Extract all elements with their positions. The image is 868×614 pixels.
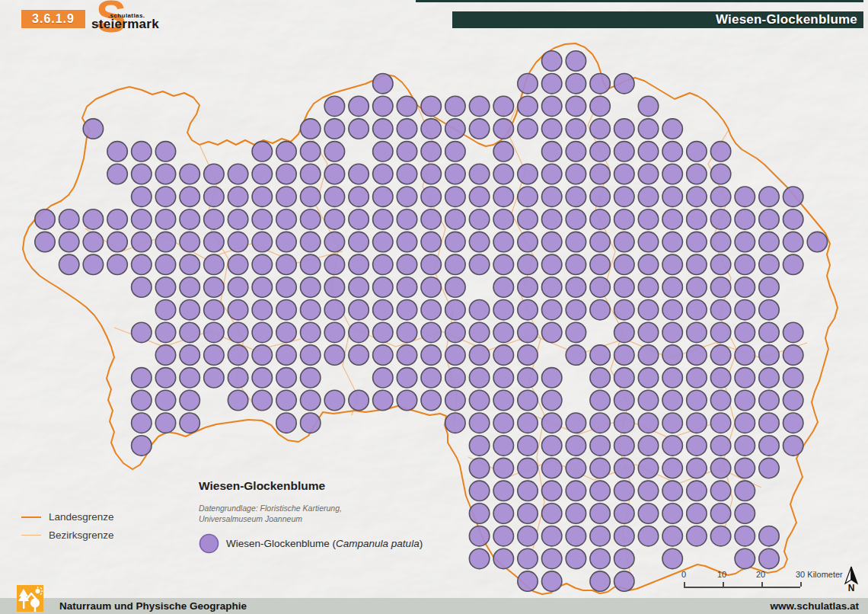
scale-tick [761, 582, 763, 587]
species-occurrence-dot [614, 548, 634, 568]
species-occurrence-dot [614, 504, 634, 523]
species-occurrence-dot [614, 187, 634, 206]
species-occurrence-dot [518, 458, 538, 478]
species-occurrence-dot [614, 526, 634, 546]
species-occurrence-dot [469, 481, 489, 500]
species-occurrence-dot [638, 164, 658, 184]
header-accent-line [416, 0, 863, 2]
species-occurrence-dot [566, 164, 586, 184]
species-occurrence-dot [590, 526, 610, 546]
north-arrow-right-half [851, 567, 857, 584]
species-occurrence-dot [276, 413, 296, 433]
species-occurrence-dot [566, 345, 586, 365]
species-occurrence-dot [759, 368, 779, 388]
scale-tick [800, 582, 802, 587]
species-occurrence-dot [542, 526, 562, 546]
species-occurrence-dot [735, 300, 755, 320]
species-occurrence-dot [735, 481, 755, 500]
species-occurrence-dot [638, 458, 658, 478]
species-occurrence-dot [445, 232, 465, 251]
species-occurrence-dot [493, 119, 513, 139]
species-occurrence-dot [662, 345, 682, 365]
species-occurrence-dot [566, 142, 586, 161]
species-occurrence-dot [155, 232, 175, 251]
species-occurrence-dot [735, 368, 755, 388]
species-occurrence-dot [662, 458, 682, 478]
species-occurrence-dot [662, 548, 682, 568]
species-occurrence-dot [590, 300, 610, 320]
species-occurrence-dot [421, 187, 441, 206]
species-occurrence-dot [445, 142, 465, 161]
species-occurrence-dot [276, 345, 296, 365]
species-occurrence-dot [155, 277, 175, 297]
species-occurrence-dot [252, 322, 272, 342]
species-occurrence-dot [566, 119, 586, 139]
species-occurrence-dot [493, 232, 513, 251]
species-occurrence-dot [735, 345, 755, 365]
species-occurrence-dot [59, 232, 79, 251]
species-occurrence-dot [493, 164, 513, 184]
species-occurrence-dot [324, 277, 344, 297]
species-occurrence-dot [301, 413, 321, 433]
legend-item-landesgrenze: Landesgrenze [21, 511, 114, 523]
scale-tick-label: 20 [756, 570, 765, 579]
scale-tick-label: 10 [717, 570, 726, 579]
species-occurrence-dot [783, 413, 803, 433]
species-occurrence-dot [228, 300, 247, 320]
species-occurrence-dot [518, 413, 538, 433]
species-occurrence-dot [324, 187, 344, 206]
species-occurrence-dot [566, 209, 586, 229]
species-occurrence-dot [566, 526, 586, 546]
species-occurrence-dot [228, 187, 247, 206]
footer-website-link[interactable]: www.schulatlas.at [770, 598, 859, 614]
species-occurrence-dot [783, 209, 803, 229]
species-occurrence-dot [204, 300, 224, 320]
species-occurrence-dot [155, 345, 175, 365]
species-occurrence-dot [252, 209, 272, 229]
species-occurrence-dot [228, 164, 247, 184]
scale-bar: 0102030 Kilometer [662, 570, 868, 593]
species-occurrence-dot [662, 504, 682, 523]
species-occurrence-dot [638, 142, 658, 161]
species-occurrence-dot [83, 232, 103, 251]
species-occurrence-dot [614, 390, 634, 410]
species-occurrence-dot [638, 187, 658, 206]
species-occurrence-dot [421, 142, 441, 161]
species-occurrence-dot [469, 413, 489, 433]
species-occurrence-dot [638, 209, 658, 229]
footer-chapter-title: Naturraum und Physische Geographie [59, 598, 247, 614]
species-occurrence-dot [518, 436, 538, 456]
species-occurrence-dot [783, 390, 803, 410]
species-occurrence-dot [421, 390, 441, 410]
species-occurrence-dot [301, 209, 321, 229]
species-occurrence-dot [735, 390, 755, 410]
species-occurrence-dot [301, 119, 321, 139]
species-occurrence-dot [204, 164, 224, 184]
species-occurrence-dot [614, 300, 634, 320]
species-occurrence-dot [276, 254, 296, 274]
species-occurrence-dot [373, 322, 393, 342]
species-occurrence-dot [493, 390, 513, 410]
species-occurrence-dot [662, 526, 682, 546]
species-occurrence-dot [759, 300, 779, 320]
species-occurrence-dot [107, 209, 127, 229]
species-occurrence-dot [301, 254, 321, 274]
species-occurrence-dot [204, 368, 224, 388]
species-occurrence-dot [324, 142, 344, 161]
species-occurrence-dot [155, 390, 175, 410]
species-occurrence-dot [155, 142, 175, 161]
species-occurrence-dot [566, 504, 586, 523]
species-label-prefix: Wiesen-Glockenblume ( [226, 538, 336, 549]
species-occurrence-dot [276, 277, 296, 297]
species-occurrence-dot [59, 254, 79, 274]
species-occurrence-dot [373, 209, 393, 229]
species-occurrence-dot [301, 368, 321, 388]
species-occurrence-dot [735, 187, 755, 206]
species-occurrence-dot [252, 232, 272, 251]
species-occurrence-dot [614, 368, 634, 388]
scale-bar-line [684, 587, 800, 588]
legend-item-species: Wiesen-Glockenblume (Campanula patula) [199, 533, 450, 554]
species-occurrence-dot [614, 571, 634, 591]
species-occurrence-dot [469, 526, 489, 546]
species-occurrence-dot [445, 96, 465, 116]
